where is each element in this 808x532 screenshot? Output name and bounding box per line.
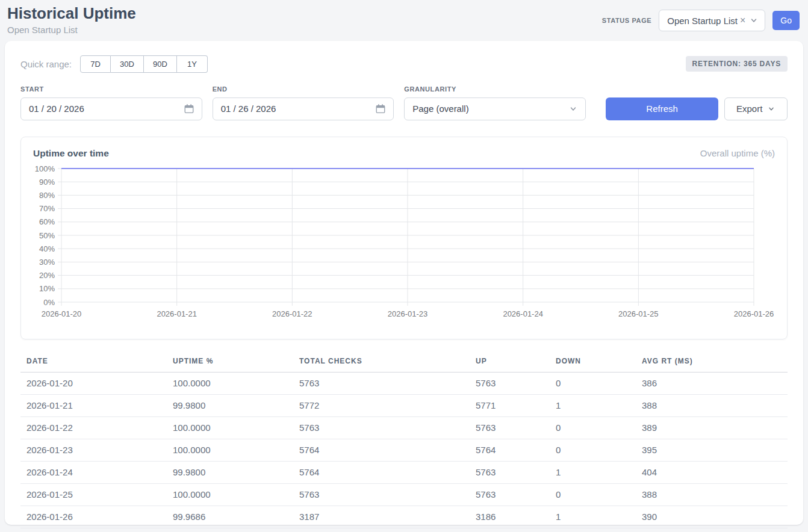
quick-range-30d[interactable]: 30D <box>111 55 144 73</box>
uptime-table: DATEUPTIME %TOTAL CHECKSUPDOWNAVG RT (MS… <box>20 353 788 528</box>
status-page-selected-value: Open Startup List <box>667 16 738 26</box>
cell-tot: 5764 <box>293 461 470 483</box>
cell-down: 0 <box>550 483 636 506</box>
table-row: 2026-01-2199.9800577257711388 <box>20 394 788 416</box>
cell-tot: 5763 <box>293 416 470 439</box>
refresh-button[interactable]: Refresh <box>606 97 718 120</box>
svg-text:30%: 30% <box>39 258 55 267</box>
clear-selection-icon[interactable]: × <box>740 16 745 25</box>
svg-text:60%: 60% <box>39 217 55 226</box>
svg-text:10%: 10% <box>39 284 55 293</box>
cell-tot: 5763 <box>293 372 470 394</box>
cell-up: 5763 <box>470 372 550 394</box>
calendar-icon[interactable] <box>375 104 386 114</box>
chart-legend: Overall uptime (%) <box>700 148 775 158</box>
table-row: 2026-01-22100.0000576357630389 <box>20 416 788 439</box>
quick-range-7d[interactable]: 7D <box>80 55 111 73</box>
start-date-value: 01 / 20 / 2026 <box>29 104 84 114</box>
svg-text:40%: 40% <box>39 244 55 253</box>
svg-text:2026-01-21: 2026-01-21 <box>157 309 197 318</box>
chart-header: Uptime over time Overall uptime (%) <box>33 148 775 159</box>
cell-up: 5764 <box>470 439 550 461</box>
cell-tot: 5764 <box>293 439 470 461</box>
svg-text:90%: 90% <box>39 178 55 187</box>
uptime-chart-card: Uptime over time Overall uptime (%) 0%10… <box>20 137 788 339</box>
column-header-up: UP <box>470 353 550 373</box>
svg-text:2026-01-26: 2026-01-26 <box>734 309 774 318</box>
cell-down: 0 <box>550 372 636 394</box>
cell-upt: 100.0000 <box>167 372 293 394</box>
svg-text:0%: 0% <box>43 297 55 306</box>
svg-text:2026-01-20: 2026-01-20 <box>42 309 82 318</box>
cell-date: 2026-01-23 <box>20 439 167 461</box>
column-header-avg: AVG RT (MS) <box>636 353 788 373</box>
main-panel: Quick range: 7D30D90D1Y RETENTION: 365 D… <box>5 41 803 525</box>
cell-upt: 100.0000 <box>167 416 293 439</box>
quick-range-1y[interactable]: 1Y <box>177 55 208 73</box>
cell-down: 1 <box>550 506 636 528</box>
cell-upt: 100.0000 <box>167 483 293 506</box>
uptime-line-chart: 0%10%20%30%40%50%60%70%80%90%100%2026-01… <box>33 161 776 325</box>
cell-tot: 5763 <box>293 483 470 506</box>
chart-title: Uptime over time <box>33 148 109 159</box>
column-header-down: DOWN <box>550 353 636 373</box>
end-date-field: END 01 / 26 / 2026 <box>213 85 394 120</box>
granularity-selected-value: Page (overall) <box>412 104 468 114</box>
cell-avg: 388 <box>636 483 788 506</box>
quick-range-group: Quick range: 7D30D90D1Y <box>20 55 208 73</box>
uptime-table-body: 2026-01-20100.00005763576303862026-01-21… <box>20 372 788 528</box>
quick-range-label: Quick range: <box>20 59 72 69</box>
header-controls: STATUS PAGE Open Startup List × Go <box>602 10 800 31</box>
cell-date: 2026-01-20 <box>20 372 167 394</box>
cell-up: 5763 <box>470 461 550 483</box>
quick-range-90d[interactable]: 90D <box>144 55 177 73</box>
chevron-down-icon <box>767 105 775 113</box>
retention-badge: RETENTION: 365 DAYS <box>686 56 788 72</box>
cell-up: 5763 <box>470 416 550 439</box>
page-subtitle: Open Startup List <box>7 25 136 35</box>
status-page-select[interactable]: Open Startup List × <box>659 10 765 31</box>
svg-text:80%: 80% <box>39 191 55 200</box>
granularity-label: GRANULARITY <box>404 85 586 93</box>
start-date-input[interactable]: 01 / 20 / 2026 <box>20 97 202 120</box>
end-date-label: END <box>213 85 394 93</box>
end-date-input[interactable]: 01 / 26 / 2026 <box>213 97 394 120</box>
page-heading: Historical Uptime Open Startup List <box>7 5 136 35</box>
start-date-label: START <box>20 85 202 93</box>
table-row: 2026-01-25100.0000576357630388 <box>20 483 788 506</box>
cell-upt: 100.0000 <box>167 439 293 461</box>
uptime-table-head: DATEUPTIME %TOTAL CHECKSUPDOWNAVG RT (MS… <box>20 353 788 373</box>
svg-text:2026-01-25: 2026-01-25 <box>618 309 659 318</box>
go-button[interactable]: Go <box>772 11 800 30</box>
export-button[interactable]: Export <box>724 97 788 120</box>
column-header-date: DATE <box>20 353 167 373</box>
table-row: 2026-01-23100.0000576457640395 <box>20 439 788 461</box>
table-row: 2026-01-2499.9800576457631404 <box>20 461 788 483</box>
cell-date: 2026-01-26 <box>20 506 167 528</box>
column-header-tot: TOTAL CHECKS <box>293 353 470 373</box>
quick-range-buttons: 7D30D90D1Y <box>80 55 208 73</box>
cell-avg: 389 <box>636 416 788 439</box>
svg-text:2026-01-22: 2026-01-22 <box>272 309 312 318</box>
start-date-field: START 01 / 20 / 2026 <box>20 85 202 120</box>
calendar-icon[interactable] <box>184 104 194 114</box>
cell-down: 0 <box>550 416 636 439</box>
granularity-select[interactable]: Page (overall) <box>404 97 586 120</box>
column-header-upt: UPTIME % <box>167 353 293 373</box>
svg-text:2026-01-24: 2026-01-24 <box>503 309 543 318</box>
cell-date: 2026-01-25 <box>20 483 167 506</box>
cell-down: 1 <box>550 394 636 416</box>
cell-avg: 386 <box>636 372 788 394</box>
svg-text:20%: 20% <box>39 271 55 280</box>
table-row: 2026-01-2699.9686318731861390 <box>20 506 788 528</box>
granularity-field: GRANULARITY Page (overall) <box>404 85 586 120</box>
cell-avg: 390 <box>636 506 788 528</box>
filters-row: START 01 / 20 / 2026 END 01 / 26 / 2026 … <box>20 85 788 120</box>
status-page-label: STATUS PAGE <box>602 17 651 24</box>
svg-text:2026-01-23: 2026-01-23 <box>388 309 428 318</box>
cell-avg: 388 <box>636 394 788 416</box>
cell-avg: 395 <box>636 439 788 461</box>
cell-avg: 404 <box>636 461 788 483</box>
cell-down: 1 <box>550 461 636 483</box>
end-date-value: 01 / 26 / 2026 <box>221 104 276 114</box>
